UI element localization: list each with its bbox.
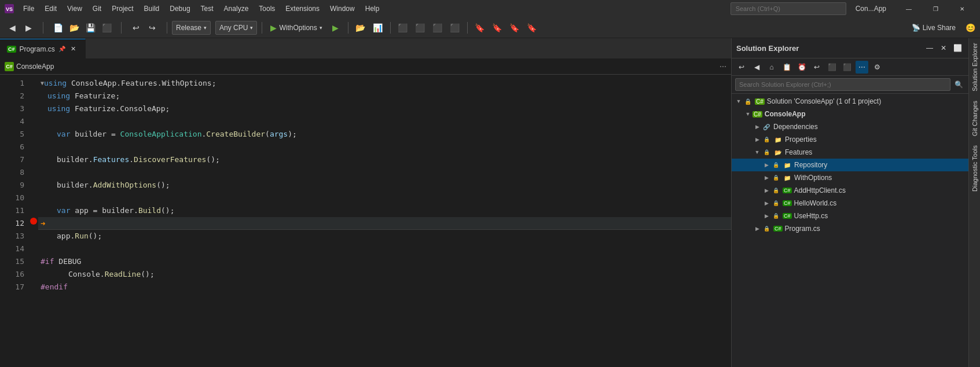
toolbar-sep-1 [43,22,43,34]
line-num-16: 16 [9,268,24,281]
breakpoints-button[interactable]: ⬛ [395,20,410,35]
platform-dropdown[interactable]: Any CPU ▾ [215,21,257,35]
tree-item-project[interactable]: ▼ C# ConsoleApp [732,108,968,120]
menu-file[interactable]: File [19,2,39,15]
code-line-8 [38,166,731,179]
lock-repo-icon: 🔒 [771,160,780,170]
se-track-active-button[interactable]: ⋯ [856,61,868,74]
tree-item-deps[interactable]: ▶ 🔗 Dependencies [732,120,968,133]
undo-button[interactable]: ↩ [129,20,144,35]
se-back-button[interactable]: ◀ [750,61,763,74]
tree-item-properties[interactable]: ▶ 🔒 📁 Properties [732,133,968,146]
new-project-button[interactable]: 📄 [50,20,65,35]
se-settings-button[interactable]: ⚙ [871,61,883,74]
toolbar: ◀ ▶ 📄 📂 💾 ⬛ ↩ ↪ Release ▾ Any CPU ▾ ▶ Wi… [0,17,980,38]
line-num-7: 7 [9,153,24,166]
deps-label: Dependencies [773,123,968,131]
se-home-button[interactable]: ⌂ [765,61,778,74]
bookmark-clear-button[interactable]: 🔖 [524,20,539,35]
diagnostics-button[interactable]: 📊 [370,20,386,35]
se-collapse-button[interactable]: — [923,42,936,54]
tree-item-features[interactable]: ▼ 🔒 📂 Features [732,146,968,159]
bookmark-prev-button[interactable]: 🔖 [490,20,505,35]
step-over-button[interactable]: ⬛ [413,20,428,35]
se-view-button[interactable]: ⬛ [840,61,853,74]
browse-button[interactable]: 📂 [353,20,368,35]
menu-git[interactable]: Git [88,2,106,15]
code-content[interactable]: ▼ using ConsoleApp.Features.WithOptions;… [38,75,731,367]
menu-analyze[interactable]: Analyze [219,2,254,15]
tree-item-program[interactable]: ▶ 🔒 C# Program.cs [732,222,968,235]
chevron-down-icon: ▾ [204,25,207,31]
file-path-bar: C# ConsoleApp ⋯ [0,58,731,75]
title-search-input[interactable] [731,2,846,15]
tree-item-helloworld[interactable]: ▶ 🔒 C# HelloWorld.cs [732,197,968,210]
side-tab-git-changes[interactable]: Git Changes [970,96,979,141]
liveshare-button[interactable]: 📡 Live Share [907,23,960,33]
callstack-button[interactable]: ⬛ [447,20,463,35]
tree-item-usehttp[interactable]: ▶ 🔒 C# UseHttp.cs [732,210,968,222]
se-detach-button[interactable]: ⬜ [951,42,964,54]
autos-button[interactable]: ⬛ [430,20,445,35]
tree-item-addhttpclient[interactable]: ▶ 🔒 C# AddHttpClient.cs [732,184,968,197]
se-toolbar: ↩ ◀ ⌂ 📋 ⏰ ↩ ⬛ ⬛ ⋯ ⚙ [732,58,968,76]
run-button[interactable]: ▶ WithOptions ▾ [267,22,325,34]
folder-features-icon: 📂 [773,148,783,157]
redo-button[interactable]: ↪ [145,20,160,35]
se-search-input[interactable] [735,78,950,91]
code-line-11: var app = builder. Build (); [38,204,731,217]
menu-test[interactable]: Test [196,2,218,15]
tree-item-solution[interactable]: ▼ 🔒 C# Solution 'ConsoleApp' (1 of 1 pro… [732,95,968,108]
minimize-button[interactable]: — [895,0,922,17]
menu-project[interactable]: Project [107,2,138,15]
menu-view[interactable]: View [63,2,87,15]
cs-program-icon: C# [773,226,783,232]
se-pending-changes-button[interactable]: ⏰ [795,61,808,74]
se-tree[interactable]: ▼ 🔒 C# Solution 'ConsoleApp' (1 of 1 pro… [732,94,968,367]
menu-debug[interactable]: Debug [165,2,194,15]
side-tab-diagnostic-tools[interactable]: Diagnostic Tools [970,141,979,196]
tab-close-button[interactable]: ✕ [69,45,78,54]
se-close-button[interactable]: ✕ [937,42,950,54]
configuration-dropdown[interactable]: Release ▾ [172,21,211,35]
se-properties-button[interactable]: 📋 [780,61,793,74]
save-button[interactable]: 💾 [83,20,98,35]
menu-edit[interactable]: Edit [40,2,61,15]
program-label: Program.cs [785,225,968,233]
chevron-down-icon: ▾ [250,25,253,31]
menu-build[interactable]: Build [140,2,164,15]
save-all-button[interactable]: ⬛ [99,20,114,35]
menu-tools[interactable]: Tools [254,2,280,15]
tree-item-withoptions[interactable]: ▶ 🔒 📁 WithOptions [732,171,968,184]
bookmark-button[interactable]: 🔖 [472,20,487,35]
se-refresh-button[interactable]: ↩ [735,61,748,74]
close-button[interactable]: ✕ [949,0,975,17]
back-button[interactable]: ◀ [5,20,20,35]
menu-help[interactable]: Help [361,2,384,15]
se-search-icon[interactable]: 🔍 [953,78,965,91]
current-line-arrow: ➜ [41,217,49,230]
line-num-17: 17 [9,281,24,293]
tab-label: Program.cs [20,45,55,53]
se-collapse-all-button[interactable]: ⬛ [825,61,838,74]
menu-extensions[interactable]: Extensions [281,2,324,15]
solution-icon: 🔒 [743,97,753,106]
line-num-4: 4 [9,115,24,128]
bookmark-next-button[interactable]: 🔖 [507,20,522,35]
code-editor[interactable]: 1 2 3 4 5 6 7 8 9 10 11 12 13 14 15 16 1… [0,75,731,367]
open-button[interactable]: 📂 [67,20,82,35]
side-tab-solution-explorer[interactable]: Solution Explorer [970,38,979,96]
run-no-debug-button[interactable]: ▶ [328,20,343,35]
se-prev-button[interactable]: ↩ [810,61,823,74]
menu-window[interactable]: Window [325,2,359,15]
main-area: C# Program.cs 📌 ✕ C# ConsoleApp ⋯ 1 2 3 … [0,38,980,367]
code-line-1: ▼ using ConsoleApp.Features.WithOptions; [38,77,731,90]
forward-button[interactable]: ▶ [21,20,36,35]
toolbar-sep-4 [262,22,262,34]
line-numbers: 1 2 3 4 5 6 7 8 9 10 11 12 13 14 15 16 1… [0,75,29,367]
code-line-2: using Featurize; [38,90,731,102]
restore-button[interactable]: ❐ [922,0,949,17]
feedback-button[interactable]: 😊 [963,20,978,35]
tree-item-repository[interactable]: ▶ 🔒 📁 Repository [732,159,968,171]
tab-program-cs[interactable]: C# Program.cs 📌 ✕ [0,39,86,58]
